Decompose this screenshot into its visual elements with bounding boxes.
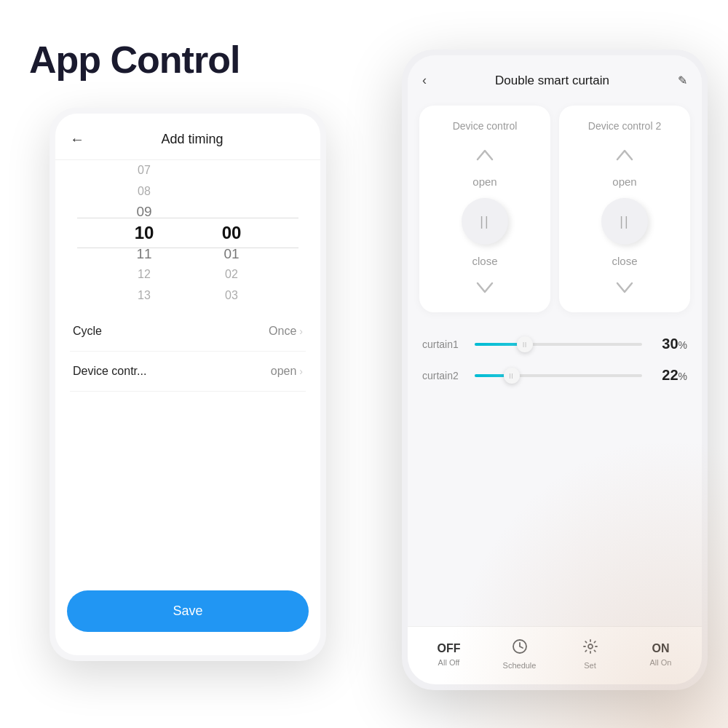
min-02: 02 [202, 264, 261, 285]
schedule-label: Schedule [503, 661, 537, 670]
page-title: App Control [29, 38, 240, 82]
panel1-close-label: close [472, 255, 497, 267]
curtain2-slider-row: curtain2 || 22% [422, 367, 687, 384]
hour-12: 12 [115, 264, 173, 285]
back-button[interactable]: ← [70, 131, 84, 148]
time-picker: 07 08 09 10 11 12 13 00 01 02 03 [55, 160, 320, 306]
gear-icon [582, 638, 598, 658]
all-on-label: All On [650, 658, 672, 667]
cycle-value: Once › [269, 325, 303, 338]
device-panel-1: Device control open || close [419, 106, 550, 312]
cycle-label: Cycle [73, 325, 102, 338]
device-controls-area: Device control open || close [408, 97, 702, 321]
device-value: open › [271, 365, 303, 378]
all-on-icon-text: ON [652, 642, 670, 655]
panel2-pause-button[interactable]: || [601, 198, 648, 245]
panel1-down-arrow[interactable] [469, 277, 501, 298]
min-filler2 [202, 181, 261, 202]
all-off-button[interactable]: OFF All Off [414, 642, 484, 667]
hour-09: 09 [115, 202, 173, 223]
panel2-open-label: open [612, 175, 636, 188]
min-03: 03 [202, 285, 261, 306]
save-button[interactable]: Save [67, 590, 309, 632]
hour-column: 07 08 09 10 11 12 13 [115, 160, 173, 306]
curtain1-track[interactable]: || [475, 343, 642, 346]
timing-header: ← Add timing [55, 114, 320, 160]
panel2-title: Device control 2 [588, 120, 661, 132]
curtain1-pct-sign: % [678, 339, 687, 351]
set-button[interactable]: Set [555, 638, 625, 670]
bottom-bar: OFF All Off Schedule [408, 626, 702, 684]
right-phone: ‹ Double smart curtain ✎ Device control … [402, 50, 708, 690]
curtain2-thumb[interactable]: || [504, 368, 520, 384]
curtain1-thumb[interactable]: || [517, 336, 533, 352]
hour-13: 13 [115, 285, 173, 306]
hour-07: 07 [115, 160, 173, 181]
panel2-up-arrow[interactable] [609, 145, 641, 165]
min-filler1 [202, 160, 261, 181]
timing-title: Add timing [93, 132, 306, 147]
sliders-area: curtain1 || 30% curtain2 || 22% [408, 321, 702, 410]
device-panel-2: Device control 2 open || close [559, 106, 690, 312]
min-filler3 [202, 202, 261, 223]
timing-options: Cycle Once › Device contr... open › [55, 306, 320, 397]
picker-selection-overlay [77, 218, 298, 248]
curtain2-pct-sign: % [678, 371, 687, 382]
curtain1-slider-row: curtain1 || 30% [422, 336, 687, 352]
hour-08: 08 [115, 181, 173, 202]
curtain1-pct: 30% [651, 336, 687, 352]
curtain-edit-icon[interactable]: ✎ [678, 74, 687, 87]
device-option-row[interactable]: Device contr... open › [70, 352, 306, 392]
hour-11: 11 [115, 243, 173, 264]
curtain2-pct: 22% [651, 367, 687, 384]
curtain-title: Double smart curtain [427, 74, 678, 88]
set-label: Set [584, 661, 596, 670]
all-on-button[interactable]: ON All On [625, 642, 696, 667]
all-off-label: All Off [438, 658, 460, 667]
clock-icon [512, 638, 528, 658]
minute-column: 00 01 02 03 [202, 160, 261, 306]
min-01: 01 [202, 243, 261, 264]
curtain2-label: curtain2 [422, 370, 466, 381]
panel1-up-arrow[interactable] [469, 145, 501, 165]
curtain1-label: curtain1 [422, 339, 466, 350]
panel1-title: Device control [453, 120, 518, 132]
svg-point-1 [588, 644, 593, 649]
device-chevron-icon: › [299, 365, 303, 377]
left-phone: ← Add timing 07 08 09 10 11 12 13 00 01 … [50, 108, 326, 661]
curtain-header: ‹ Double smart curtain ✎ [408, 55, 702, 97]
spacer [408, 410, 702, 626]
device-label: Device contr... [73, 365, 146, 378]
curtain2-track[interactable]: || [475, 374, 642, 377]
hour-10[interactable]: 10 [115, 223, 173, 244]
panel1-pause-button[interactable]: || [462, 198, 508, 245]
min-00[interactable]: 00 [202, 223, 261, 244]
panel1-open-label: open [472, 175, 496, 188]
panel2-close-label: close [612, 255, 637, 267]
all-off-icon-text: OFF [438, 642, 461, 655]
cycle-option-row[interactable]: Cycle Once › [70, 312, 306, 352]
panel2-down-arrow[interactable] [609, 277, 641, 298]
save-btn-area: Save [67, 590, 309, 632]
cycle-chevron-icon: › [299, 325, 303, 337]
schedule-button[interactable]: Schedule [484, 638, 555, 670]
